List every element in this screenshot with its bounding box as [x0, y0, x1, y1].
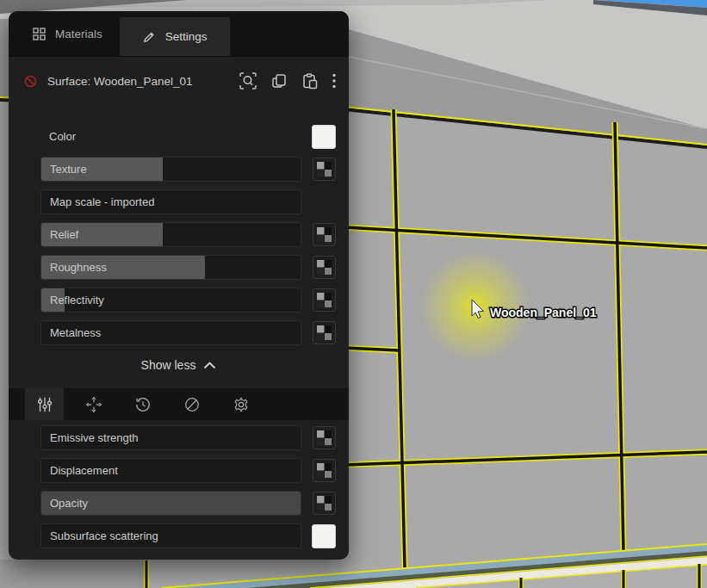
hover-entity-label: Wooden_Panel_01: [490, 306, 597, 319]
texture-checker-icon[interactable]: [313, 459, 336, 482]
copy-icon[interactable]: [270, 72, 288, 90]
no-material-icon: [24, 75, 37, 88]
property-label: Relief: [41, 228, 78, 241]
texture-checker-icon[interactable]: [313, 256, 336, 279]
header-actions: [239, 71, 337, 90]
tool-tab-leaf[interactable]: [172, 388, 211, 420]
material-settings-panel: Materials Settings Surface: Wooden_Panel…: [9, 11, 349, 560]
property-label: Color: [40, 130, 301, 143]
property-label: Subsurface scattering: [41, 529, 158, 542]
select-search-icon[interactable]: [239, 71, 257, 90]
property-label: Roughness: [41, 261, 107, 274]
emissive-slider[interactable]: Emissive strength: [40, 425, 301, 450]
tool-tab-settings[interactable]: [221, 388, 260, 420]
show-less-button[interactable]: Show less: [9, 354, 349, 376]
property-label: Displacement: [41, 464, 118, 477]
texture-checker-icon[interactable]: [313, 492, 336, 515]
property-label: Opacity: [41, 497, 88, 510]
texture-checker-icon[interactable]: [313, 426, 336, 449]
property-row-relief: Relief: [40, 222, 336, 247]
tool-tab-sliders[interactable]: [25, 388, 64, 420]
chevron-up-icon: [203, 362, 216, 369]
gear-icon: [233, 396, 250, 413]
reflectivity-slider[interactable]: Reflectivity: [40, 288, 301, 313]
property-row-reflectivity: Reflectivity: [40, 288, 336, 313]
tab-materials-label: Materials: [55, 28, 102, 40]
panel-icon-toolbar: [9, 388, 349, 420]
tool-tab-move[interactable]: [74, 388, 113, 420]
property-label: Reflectivity: [41, 294, 104, 306]
more-icon[interactable]: [332, 73, 337, 89]
property-row-map-scale: Map scale - imported: [40, 189, 336, 214]
property-label: Texture: [41, 163, 87, 176]
panel-tab-bar: Materials Settings: [9, 11, 349, 57]
relief-slider[interactable]: Relief: [40, 222, 301, 247]
leaf-icon: [183, 396, 201, 413]
property-label: Metalness: [41, 326, 101, 339]
texture-checker-icon[interactable]: [313, 223, 336, 246]
displacement-slider[interactable]: Displacement: [40, 458, 301, 483]
property-label: Emissive strength: [41, 431, 139, 444]
property-row-texture: Texture: [40, 157, 336, 182]
property-row-subsurface: Subsurface scattering: [40, 523, 336, 548]
history-icon: [134, 396, 152, 413]
texture-checker-icon[interactable]: [313, 158, 336, 181]
sliders-icon: [36, 396, 53, 413]
tab-settings[interactable]: Settings: [120, 17, 230, 56]
map-scale-field[interactable]: Map scale - imported: [40, 189, 301, 214]
property-row-opacity: Opacity: [40, 491, 336, 516]
subsurface-field[interactable]: Subsurface scattering: [40, 523, 301, 548]
surface-title: Surface: Wooden_Panel_01: [47, 75, 239, 88]
property-label: Map scale - imported: [41, 195, 154, 208]
paste-icon[interactable]: [301, 72, 319, 90]
property-row-displacement: Displacement: [40, 458, 336, 483]
texture-checker-icon[interactable]: [313, 288, 336, 312]
texture-slider[interactable]: Texture: [40, 157, 301, 182]
tab-settings-label: Settings: [165, 30, 208, 43]
surface-header: Surface: Wooden_Panel_01: [9, 65, 349, 96]
texture-checker-icon[interactable]: [313, 321, 336, 344]
property-row-emissive: Emissive strength: [40, 425, 336, 450]
property-row-color: Color: [40, 124, 336, 149]
roughness-slider[interactable]: Roughness: [40, 255, 301, 280]
color-swatch[interactable]: [312, 125, 336, 149]
color-swatch[interactable]: [312, 524, 336, 548]
tool-tab-history[interactable]: [123, 388, 162, 420]
pencil-icon: [142, 30, 156, 44]
property-row-metalness: Metalness: [40, 320, 336, 345]
show-less-label: Show less: [141, 358, 196, 372]
property-row-roughness: Roughness: [40, 255, 336, 280]
property-rows-top: Color Texture Map scale - imported Relie…: [9, 124, 349, 345]
move-icon: [85, 396, 102, 413]
property-rows-bottom: Emissive strength Displacement Opacity S…: [9, 425, 349, 548]
lower-left-wall: [0, 560, 146, 588]
metalness-slider[interactable]: Metalness: [40, 320, 301, 345]
opacity-slider[interactable]: Opacity: [40, 491, 301, 516]
tab-materials[interactable]: Materials: [9, 11, 120, 56]
grid-icon: [33, 28, 46, 40]
